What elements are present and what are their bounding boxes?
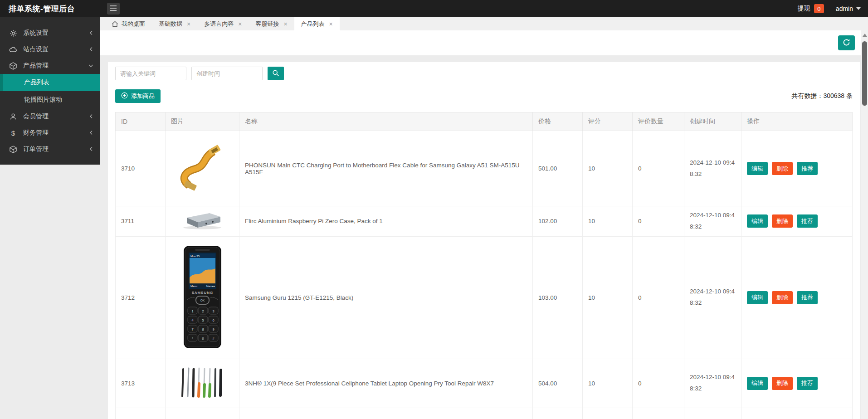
column-header: 价格 bbox=[533, 112, 583, 131]
svg-text:Menu: Menu bbox=[190, 285, 197, 287]
cell-actions: 编辑删除推荐 bbox=[741, 206, 853, 237]
cell-price: 102.00 bbox=[533, 206, 583, 237]
created-time-input[interactable] bbox=[191, 67, 263, 80]
plus-circle-icon bbox=[121, 92, 128, 100]
username: admin bbox=[836, 5, 853, 12]
cell-rating: 10 bbox=[583, 236, 633, 359]
sidebar-item-order-management[interactable]: 订单管理 bbox=[0, 141, 100, 157]
cell-price: 103.00 bbox=[533, 236, 583, 359]
user-menu[interactable]: admin bbox=[836, 5, 861, 12]
delete-button[interactable]: 删除 bbox=[772, 162, 793, 175]
cloud-icon bbox=[9, 46, 17, 53]
sidebar-item-label: 系统设置 bbox=[23, 29, 83, 37]
withdraw-link[interactable]: 提现 bbox=[798, 5, 810, 13]
tab-basic-data[interactable]: 基础数据× bbox=[152, 17, 197, 30]
close-tab-icon[interactable]: × bbox=[238, 21, 242, 27]
tab-service-link[interactable]: 客服链接× bbox=[249, 17, 294, 30]
sidebar-item-label: 站点设置 bbox=[23, 45, 83, 54]
hamburger-icon bbox=[110, 5, 117, 13]
product-image-flex-cable bbox=[176, 185, 229, 192]
svg-text:9: 9 bbox=[212, 327, 214, 331]
recommend-button[interactable]: 推荐 bbox=[797, 291, 818, 304]
edit-button[interactable]: 编辑 bbox=[747, 377, 768, 390]
table-row: 3714Quercetti Tablet Creativo, Multi Col… bbox=[116, 408, 853, 419]
chevron-left-icon bbox=[89, 29, 93, 37]
cell-id: 3714 bbox=[116, 408, 166, 419]
chevron-left-icon bbox=[89, 129, 93, 136]
sidebar-subitem-label: 轮播图片滚动 bbox=[24, 96, 62, 104]
cell-name: PHONSUN Main CTC Charging Port to Mother… bbox=[239, 131, 533, 206]
cell-name: 3NH® 1X(9 Piece Set Professional Cellpho… bbox=[239, 359, 533, 408]
close-tab-icon[interactable]: × bbox=[283, 21, 287, 27]
svg-text:*: * bbox=[192, 336, 193, 340]
cell-price: 501.00 bbox=[533, 131, 583, 206]
cell-reviews: 0 bbox=[633, 206, 684, 237]
cell-reviews: 0 bbox=[633, 359, 684, 408]
sidebar-item-site-settings[interactable]: 站点设置 bbox=[0, 41, 100, 58]
chevron-left-icon bbox=[89, 46, 93, 53]
tab-multilingual-content[interactable]: 多语言内容× bbox=[197, 17, 249, 30]
recommend-button[interactable]: 推荐 bbox=[797, 162, 818, 175]
sidebar-subitem-carousel-scroll[interactable]: 轮播图片滚动 bbox=[0, 91, 100, 108]
vertical-scrollbar[interactable] bbox=[861, 30, 868, 419]
refresh-icon bbox=[842, 38, 851, 48]
cell-created: 2024-12-10 09:48:32 bbox=[684, 408, 741, 419]
svg-text:OK: OK bbox=[200, 299, 205, 302]
chevron-down-icon bbox=[88, 62, 93, 69]
edit-button[interactable]: 编辑 bbox=[747, 214, 768, 228]
sidebar-item-member-management[interactable]: 会员管理 bbox=[0, 108, 100, 125]
recommend-button[interactable]: 推荐 bbox=[797, 377, 818, 390]
delete-button[interactable]: 删除 bbox=[772, 377, 793, 390]
column-header: 名称 bbox=[239, 112, 533, 131]
tab-bar: 我的桌面基础数据×多语言内容×客服链接×产品列表× bbox=[100, 17, 868, 30]
cell-reviews: 0 bbox=[633, 408, 684, 419]
svg-text:0: 0 bbox=[202, 336, 204, 340]
edit-button[interactable]: 编辑 bbox=[747, 291, 768, 304]
cell-actions: 编辑删除推荐 bbox=[741, 236, 853, 359]
sidebar-item-system-settings[interactable]: 系统设置 bbox=[0, 25, 100, 41]
add-product-button[interactable]: 添加商品 bbox=[115, 89, 161, 103]
cell-rating: 10 bbox=[583, 359, 633, 408]
tab-label: 产品列表 bbox=[301, 20, 325, 28]
table-row: 3710PHONSUN Main CTC Charging Port to Mo… bbox=[116, 131, 853, 206]
sidebar-item-finance-management[interactable]: $财务管理 bbox=[0, 125, 100, 141]
content-toolbar bbox=[100, 30, 868, 55]
delete-button[interactable]: 删除 bbox=[772, 214, 793, 228]
close-tab-icon[interactable]: × bbox=[187, 21, 190, 27]
column-header: ID bbox=[116, 112, 166, 131]
cell-actions: 编辑删除推荐 bbox=[741, 359, 853, 408]
keyword-input[interactable] bbox=[115, 67, 186, 80]
total-count: 共有数据：300638 条 bbox=[791, 92, 853, 100]
cell-id: 3710 bbox=[116, 131, 166, 206]
scroll-up-arrow-icon[interactable] bbox=[863, 34, 867, 37]
cell-created: 2024-12-10 09:48:32 bbox=[684, 236, 741, 359]
tab-my-desktop[interactable]: 我的桌面 bbox=[105, 17, 152, 30]
sidebar: 系统设置站点设置产品管理产品列表轮播图片滚动会员管理$财务管理订单管理 bbox=[0, 17, 100, 165]
sidebar-item-label: 财务管理 bbox=[23, 129, 83, 137]
edit-button[interactable]: 编辑 bbox=[747, 162, 768, 175]
dollar-icon: $ bbox=[9, 129, 17, 137]
sidebar-item-label: 会员管理 bbox=[23, 112, 83, 121]
delete-button[interactable]: 删除 bbox=[772, 291, 793, 304]
close-tab-icon[interactable]: × bbox=[329, 21, 333, 27]
menu-toggle-button[interactable] bbox=[107, 3, 120, 15]
product-image-pry-tools bbox=[179, 394, 226, 400]
sidebar-item-label: 订单管理 bbox=[23, 145, 83, 153]
search-button[interactable] bbox=[268, 67, 284, 80]
sidebar-subitem-product-list[interactable]: 产品列表 bbox=[0, 74, 100, 91]
cell-price: 505.00 bbox=[533, 408, 583, 419]
refresh-button[interactable] bbox=[838, 35, 855, 50]
tab-product-list[interactable]: 产品列表× bbox=[294, 17, 340, 30]
svg-text:Names: Names bbox=[206, 285, 215, 287]
caret-down-icon bbox=[856, 7, 861, 10]
scrollbar-thumb[interactable] bbox=[862, 41, 867, 106]
recommend-button[interactable]: 推荐 bbox=[797, 214, 818, 228]
sidebar-item-product-management[interactable]: 产品管理 bbox=[0, 58, 100, 74]
chevron-left-icon bbox=[89, 146, 93, 153]
top-header: 排单系统-管理后台 提现 0 admin bbox=[0, 0, 868, 17]
column-header: 评价数量 bbox=[633, 112, 684, 131]
header-right: 提现 0 admin bbox=[798, 0, 861, 17]
tab-label: 我的桌面 bbox=[122, 20, 145, 28]
sidebar-subitem-label: 产品列表 bbox=[24, 78, 49, 87]
cell-id: 3711 bbox=[116, 206, 166, 237]
